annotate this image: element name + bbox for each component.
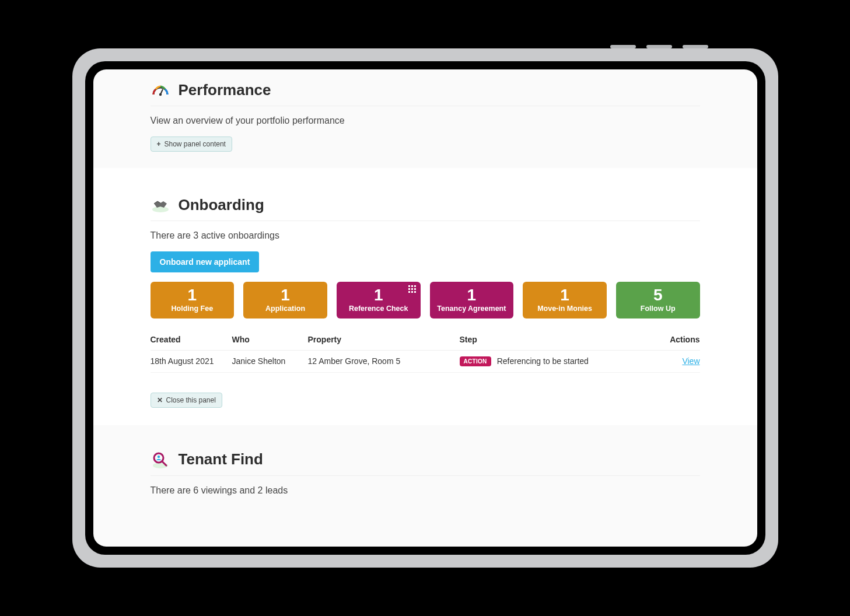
tile-label: Move-in Monies — [526, 304, 603, 313]
cell-step: ACTIONReferencing to be started — [460, 356, 653, 366]
view-link[interactable]: View — [682, 356, 699, 366]
tile-count: 1 — [340, 286, 417, 304]
tile-label: Tenancy Agreement — [433, 304, 510, 313]
tile-count: 1 — [526, 286, 603, 304]
close-icon: ✕ — [157, 396, 163, 404]
tablet-physical-buttons — [610, 45, 708, 48]
performance-subtitle: View an overview of your portfolio perfo… — [151, 116, 700, 126]
tile-count: 1 — [154, 286, 231, 304]
action-badge: ACTION — [460, 356, 491, 366]
tile-count: 1 — [433, 286, 510, 304]
table-row: 18th August 2021Janice Shelton12 Amber G… — [151, 351, 700, 373]
cell-property: 12 Amber Grove, Room 5 — [308, 356, 460, 366]
panel-performance: Performance View an overview of your por… — [93, 69, 757, 168]
close-this-panel-label: Close this panel — [166, 396, 216, 404]
show-panel-content-button[interactable]: + Show panel content — [151, 136, 232, 152]
panel-onboarding: Onboarding There are 3 active onboarding… — [93, 168, 757, 425]
onboarding-tile[interactable]: 1Reference Check — [337, 282, 421, 318]
tenant-find-icon — [151, 450, 170, 470]
plus-icon: + — [157, 140, 161, 148]
panel-tenant-find: Tenant Find There are 6 viewings and 2 l… — [93, 425, 757, 523]
tile-count: 5 — [620, 286, 697, 304]
tile-label: Reference Check — [340, 304, 417, 313]
svg-point-6 — [157, 456, 159, 458]
cell-created: 18th August 2021 — [151, 356, 232, 366]
col-step: Step — [460, 335, 653, 344]
close-this-panel-button[interactable]: ✕ Close this panel — [151, 393, 222, 408]
onboarding-subtitle: There are 3 active onboardings — [151, 230, 700, 241]
tile-label: Follow Up — [620, 304, 697, 313]
col-actions: Actions — [653, 335, 700, 344]
tablet-frame: Performance View an overview of your por… — [72, 48, 778, 568]
col-created: Created — [151, 335, 232, 344]
tile-marks-icon — [408, 285, 416, 293]
onboarding-table-header: Created Who Property Step Actions — [151, 329, 700, 351]
step-text: Referencing to be started — [497, 356, 589, 366]
onboarding-tile[interactable]: 1Application — [243, 282, 327, 318]
performance-title: Performance — [179, 81, 271, 99]
onboarding-title: Onboarding — [179, 196, 264, 214]
gauge-icon — [151, 80, 170, 100]
onboarding-tile[interactable]: 1Holding Fee — [151, 282, 235, 318]
tenant-find-title: Tenant Find — [179, 450, 263, 468]
onboarding-tiles: 1Holding Fee1Application1Reference Check… — [151, 282, 700, 318]
tile-label: Holding Fee — [154, 304, 231, 313]
tile-count: 1 — [247, 286, 324, 304]
svg-line-1 — [160, 89, 163, 94]
handshake-icon — [151, 195, 170, 215]
tenant-find-subtitle: There are 6 viewings and 2 leads — [151, 485, 700, 496]
col-who: Who — [232, 335, 308, 344]
onboarding-tile[interactable]: 1Move-in Monies — [523, 282, 607, 318]
screen: Performance View an overview of your por… — [93, 69, 757, 547]
svg-point-2 — [152, 206, 169, 212]
col-property: Property — [308, 335, 460, 344]
cell-who: Janice Shelton — [232, 356, 308, 366]
onboard-new-applicant-button[interactable]: Onboard new applicant — [151, 251, 260, 272]
onboarding-tile[interactable]: 1Tenancy Agreement — [430, 282, 514, 318]
onboarding-tile[interactable]: 5Follow Up — [616, 282, 700, 318]
onboard-new-applicant-label: Onboard new applicant — [160, 257, 250, 267]
show-panel-content-label: Show panel content — [165, 140, 226, 148]
tile-label: Application — [247, 304, 324, 313]
